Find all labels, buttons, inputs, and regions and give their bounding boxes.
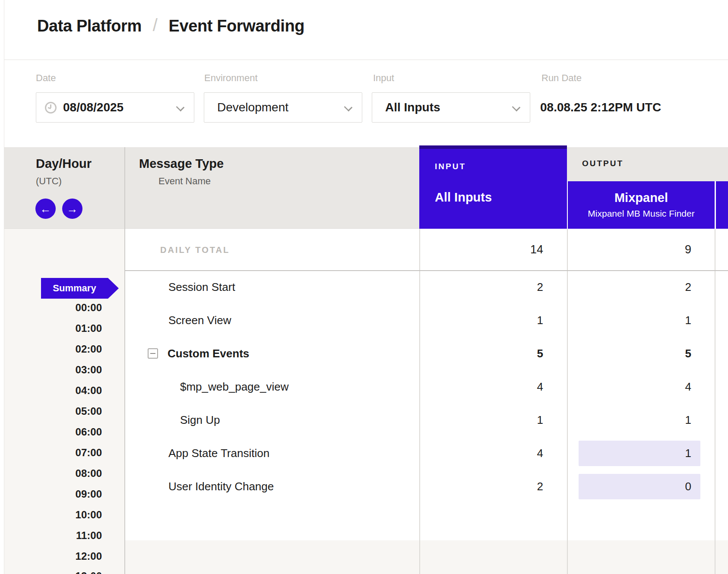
hour-label[interactable]: 10:00 [4, 509, 102, 521]
event-name-label: Event Name [158, 176, 211, 187]
run-date-value: 08.08.25 2:12PM UTC [540, 92, 661, 123]
output-cell: 4 [568, 370, 691, 404]
row-label: Sign Up [180, 404, 220, 437]
table-row-custom-events: Custom Events 5 5 [125, 337, 728, 370]
row-label: Screen View [168, 304, 231, 337]
next-day-button[interactable]: → [62, 199, 82, 219]
input-value: All Inputs [385, 101, 440, 114]
output-cell: 1 [568, 404, 691, 437]
output-column-subtitle: Mixpanel MB Music Finder [568, 208, 715, 219]
date-filter-label: Date [36, 73, 56, 84]
output-section-label: OUTPUT [582, 159, 624, 168]
date-dropdown[interactable]: 08/08/2025 [36, 92, 194, 123]
clock-icon [45, 102, 57, 114]
hour-label[interactable]: 11:00 [4, 530, 102, 542]
row-label: Session Start [168, 271, 235, 304]
input-cell: 1 [419, 404, 543, 437]
breadcrumb-separator: / [153, 16, 158, 35]
input-column-header[interactable]: INPUT All Inputs [419, 145, 567, 229]
output-cell: 1 [568, 304, 691, 337]
environment-dropdown[interactable]: Development [204, 92, 362, 123]
date-value: 08/08/2025 [63, 101, 123, 114]
hour-label[interactable]: 08:00 [4, 467, 102, 479]
arrow-left-icon: ← [40, 203, 51, 214]
hour-label[interactable]: 06:00 [4, 426, 102, 438]
hour-label[interactable]: 04:00 [4, 385, 102, 397]
previous-day-button[interactable]: ← [35, 199, 56, 219]
output-column-header-mixpanel[interactable]: Mixpanel Mixpanel MB Music Finder [567, 181, 715, 229]
hour-label[interactable]: 12:00 [4, 550, 102, 562]
table-row: $mp_web_page_view 4 4 [125, 370, 728, 404]
hour-label[interactable]: 09:00 [4, 488, 102, 500]
table-row: Sign Up 1 1 [125, 404, 728, 437]
hour-label[interactable]: 05:00 [4, 405, 102, 417]
table-footer-background [125, 540, 728, 574]
daily-total-row: DAILY TOTAL 14 9 [125, 229, 728, 270]
header-divider [4, 60, 728, 60]
input-cell: 1 [419, 304, 543, 337]
run-date-label: Run Date [541, 73, 582, 84]
row-label: Custom Events [168, 337, 249, 370]
row-label: $mp_web_page_view [180, 370, 289, 404]
utc-label: (UTC) [36, 176, 62, 187]
event-forwarding-page: Data Platform / Event Forwarding Date En… [0, 0, 728, 574]
input-cell: 4 [419, 370, 543, 404]
hour-label[interactable]: 01:00 [4, 322, 102, 334]
table-row: Session Start 2 2 [125, 271, 728, 304]
breadcrumb: Data Platform / Event Forwarding [37, 16, 304, 36]
table-row: Screen View 1 1 [125, 304, 728, 337]
environment-value: Development [217, 101, 288, 114]
table-row: User Identity Change 2 0 [125, 470, 728, 503]
hour-label[interactable]: 00:00 [4, 302, 102, 314]
summary-flag[interactable]: Summary [41, 278, 108, 299]
input-filter-label: Input [373, 73, 394, 84]
day-hour-title: Day/Hour [36, 157, 92, 171]
highlighted-output-cell[interactable]: 0 [579, 474, 700, 499]
daily-total-output-value: 9 [568, 229, 691, 270]
breadcrumb-item-event-forwarding[interactable]: Event Forwarding [169, 17, 305, 35]
arrow-right-icon: → [67, 203, 78, 214]
daily-total-input-value: 14 [419, 229, 543, 270]
daily-total-label: DAILY TOTAL [160, 245, 230, 255]
output-cell: 2 [568, 271, 691, 304]
chevron-down-icon [176, 103, 185, 112]
chevron-down-icon [512, 103, 521, 112]
output-column-header-next-partial[interactable] [715, 181, 728, 229]
chevron-down-icon [344, 103, 353, 112]
collapse-toggle-minus-icon[interactable] [148, 348, 158, 359]
hour-label[interactable]: 13:00 [4, 570, 102, 574]
input-section-label: INPUT [435, 162, 567, 171]
table-row: App State Transition 4 1 [125, 437, 728, 470]
environment-filter-label: Environment [204, 73, 258, 84]
breadcrumb-item-data-platform[interactable]: Data Platform [37, 17, 142, 35]
highlighted-output-cell[interactable]: 1 [579, 441, 700, 466]
input-cell: 2 [419, 271, 543, 304]
input-cell: 5 [419, 337, 543, 370]
hour-label[interactable]: 07:00 [4, 447, 102, 459]
output-cell: 5 [568, 337, 691, 370]
hour-label[interactable]: 03:00 [4, 364, 102, 376]
message-type-title: Message Type [139, 157, 224, 171]
hour-label[interactable]: 02:00 [4, 343, 102, 355]
input-column-name: All Inputs [435, 190, 567, 205]
output-column-name: Mixpanel [568, 191, 715, 205]
input-dropdown[interactable]: All Inputs [372, 92, 530, 123]
